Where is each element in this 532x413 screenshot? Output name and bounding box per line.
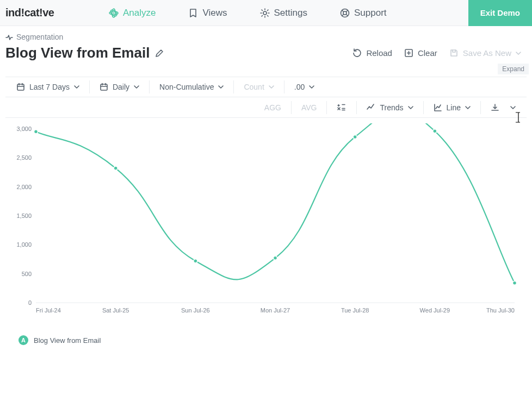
pulse-icon	[5, 33, 13, 41]
atom-icon	[109, 8, 119, 18]
granularity-select[interactable]: Daily	[94, 77, 145, 97]
chevron-down-icon	[408, 105, 413, 110]
line-chart-icon	[434, 103, 442, 112]
svg-rect-8	[17, 84, 24, 90]
chart-type-label: Line	[447, 103, 461, 112]
chart-legend: A Blog View from Email	[9, 319, 523, 345]
page-title: Blog View from Email	[5, 45, 150, 61]
svg-text:Sat Jul-25: Sat Jul-25	[102, 307, 129, 314]
trend-icon	[367, 103, 375, 112]
nav-support[interactable]: Support	[340, 8, 387, 18]
reload-icon	[352, 48, 362, 58]
svg-text:3,000: 3,000	[16, 126, 32, 132]
svg-text:Fri Jul-24: Fri Jul-24	[36, 307, 61, 314]
nav-views-label: Views	[202, 8, 227, 18]
svg-text:2,500: 2,500	[16, 154, 32, 161]
metric-select[interactable]: Count	[238, 77, 279, 97]
reload-button[interactable]: Reload	[352, 48, 392, 58]
svg-point-30	[433, 129, 437, 133]
nav-views[interactable]: Views	[188, 8, 227, 18]
svg-text:1,500: 1,500	[16, 212, 32, 219]
svg-point-27	[194, 259, 197, 263]
decimals-select[interactable]: .00	[289, 77, 320, 97]
breadcrumb-label: Segmentation	[16, 33, 63, 41]
trends-select[interactable]: Trends	[361, 98, 418, 117]
nav-settings-label: Settings	[274, 8, 307, 18]
svg-point-31	[513, 281, 517, 285]
svg-text:2,000: 2,000	[16, 184, 32, 190]
download-button[interactable]	[485, 98, 505, 117]
chevron-down-icon	[510, 105, 516, 110]
accumulation-select[interactable]: Non-Cumulative	[154, 77, 229, 97]
reload-label: Reload	[366, 48, 392, 58]
svg-point-4	[263, 11, 267, 15]
page-actions: Reload Clear Save As New	[352, 48, 527, 58]
nav-support-label: Support	[354, 8, 387, 18]
save-label: Save As New	[463, 48, 511, 58]
top-nav: ind!cat!ve Analyze Views Settings	[0, 0, 532, 26]
nav-analyze[interactable]: Analyze	[109, 8, 156, 18]
formula-icon	[337, 103, 347, 112]
breadcrumb[interactable]: Segmentation	[5, 33, 63, 41]
accumulation-label: Non-Cumulative	[159, 83, 214, 91]
clear-label: Clear	[418, 48, 437, 58]
metric-label: Count	[244, 83, 264, 91]
chart-type-select[interactable]: Line	[428, 98, 476, 117]
plus-square-icon	[404, 48, 413, 58]
exit-demo-button[interactable]: Exit Demo	[468, 0, 532, 26]
date-range-label: Last 7 Days	[29, 83, 70, 91]
chevron-down-icon	[309, 84, 314, 90]
svg-text:Mon Jul-27: Mon Jul-27	[261, 307, 290, 314]
svg-text:Sun Jul-26: Sun Jul-26	[181, 307, 210, 314]
page-header: Segmentation Blog View from Email Reload…	[0, 26, 532, 61]
bookmark-icon	[188, 8, 198, 18]
download-icon	[491, 103, 499, 112]
svg-rect-9	[101, 84, 107, 90]
line-chart: 05001,0001,5002,0002,5003,000Fri Jul-24S…	[9, 123, 520, 319]
trends-label: Trends	[380, 103, 403, 112]
decimals-label: .00	[294, 83, 305, 91]
legend-badge: A	[18, 335, 28, 345]
calendar-icon	[100, 83, 108, 91]
chevron-down-icon	[516, 51, 521, 56]
save-icon	[449, 48, 459, 58]
chevron-down-icon	[465, 105, 471, 110]
toolbar-primary: Last 7 Days Daily Non-Cumulative Count .…	[5, 77, 527, 97]
gear-icon	[260, 8, 270, 18]
lifebuoy-icon	[340, 8, 350, 18]
svg-point-26	[114, 166, 117, 170]
svg-point-3	[113, 12, 115, 14]
chevron-down-icon	[218, 84, 224, 90]
svg-text:Thu Jul-30: Thu Jul-30	[486, 307, 515, 314]
svg-point-28	[274, 256, 277, 260]
svg-point-29	[353, 135, 357, 139]
nav-items: Analyze Views Settings Support	[109, 8, 387, 18]
svg-text:Wed Jul-29: Wed Jul-29	[420, 307, 450, 314]
expand-button[interactable]: Expand	[498, 64, 529, 74]
clear-button[interactable]: Clear	[404, 48, 437, 58]
svg-text:1,000: 1,000	[16, 241, 32, 248]
nav-analyze-label: Analyze	[123, 8, 156, 18]
brand-logo: ind!cat!ve	[5, 7, 109, 19]
svg-point-25	[34, 130, 38, 134]
svg-point-6	[343, 11, 347, 15]
date-range-select[interactable]: Last 7 Days	[11, 77, 85, 97]
svg-text:Tue Jul-28: Tue Jul-28	[341, 307, 369, 314]
calendar-icon	[16, 83, 25, 91]
avg-button[interactable]: AVG	[296, 98, 323, 117]
formula-button[interactable]	[331, 98, 352, 117]
text-caret-icon	[515, 111, 522, 123]
chart-container: 05001,0001,5002,0002,5003,000Fri Jul-24S…	[0, 118, 532, 345]
nav-settings[interactable]: Settings	[260, 8, 307, 18]
pencil-icon[interactable]	[155, 49, 164, 58]
chevron-down-icon	[269, 84, 274, 90]
legend-label: Blog View from Email	[34, 336, 101, 345]
svg-text:0: 0	[28, 299, 32, 306]
chevron-down-icon	[134, 84, 139, 90]
granularity-label: Daily	[113, 83, 129, 91]
agg-button[interactable]: AGG	[259, 98, 287, 117]
toolbar-secondary: AGG AVG Trends Line	[5, 97, 527, 118]
save-as-new-button[interactable]: Save As New	[449, 48, 521, 58]
chevron-down-icon	[74, 84, 79, 90]
svg-text:500: 500	[22, 271, 32, 277]
